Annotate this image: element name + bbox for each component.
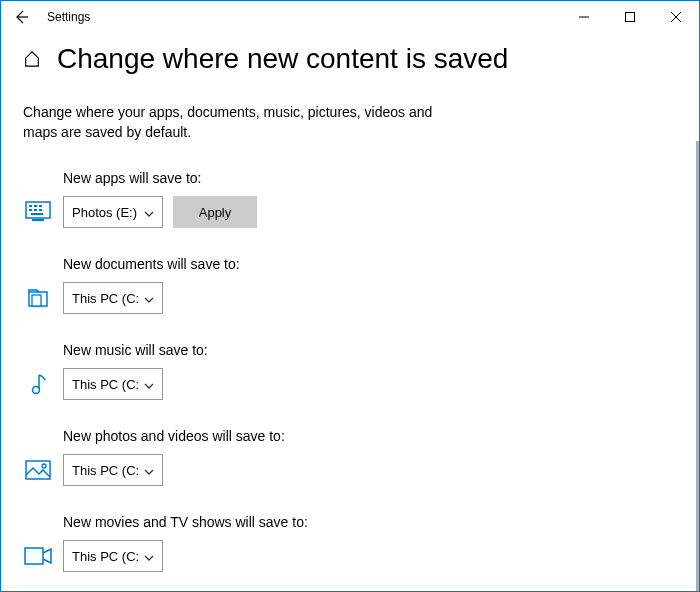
svg-rect-11 bbox=[31, 213, 43, 215]
svg-rect-7 bbox=[39, 205, 42, 207]
svg-rect-5 bbox=[29, 205, 32, 207]
svg-rect-14 bbox=[32, 295, 41, 306]
setting-movies: New movies and TV shows will save to: Th… bbox=[23, 514, 677, 572]
page-title: Change where new content is saved bbox=[57, 43, 508, 75]
close-button[interactable] bbox=[653, 1, 699, 33]
documents-icon bbox=[23, 287, 53, 309]
svg-rect-16 bbox=[26, 461, 50, 479]
svg-rect-6 bbox=[34, 205, 37, 207]
back-button[interactable] bbox=[7, 3, 35, 31]
photos-location-dropdown[interactable]: This PC (C:) bbox=[63, 454, 163, 486]
documents-location-dropdown[interactable]: This PC (C:) bbox=[63, 282, 163, 314]
music-icon bbox=[23, 372, 53, 396]
photos-location-value: This PC (C:) bbox=[72, 463, 138, 478]
documents-location-value: This PC (C:) bbox=[72, 291, 138, 306]
setting-documents-label: New documents will save to: bbox=[23, 256, 677, 272]
music-location-dropdown[interactable]: This PC (C:) bbox=[63, 368, 163, 400]
svg-rect-18 bbox=[25, 548, 43, 564]
svg-point-17 bbox=[42, 464, 46, 468]
music-location-value: This PC (C:) bbox=[72, 377, 138, 392]
setting-documents: New documents will save to: This PC (C:) bbox=[23, 256, 677, 314]
photos-icon bbox=[23, 460, 53, 480]
apps-location-value: Photos (E:) bbox=[72, 205, 138, 220]
apps-icon bbox=[23, 201, 53, 223]
svg-rect-1 bbox=[626, 13, 635, 22]
setting-apps: New apps will save to: Photos (E:) Apply bbox=[23, 170, 677, 228]
chevron-down-icon bbox=[144, 549, 154, 564]
setting-music-label: New music will save to: bbox=[23, 342, 677, 358]
movies-icon bbox=[23, 547, 53, 565]
svg-point-15 bbox=[33, 387, 40, 394]
svg-rect-10 bbox=[39, 209, 42, 211]
setting-movies-label: New movies and TV shows will save to: bbox=[23, 514, 677, 530]
movies-location-value: This PC (C:) bbox=[72, 549, 138, 564]
vertical-scrollbar[interactable] bbox=[696, 141, 699, 591]
home-icon[interactable] bbox=[23, 50, 41, 68]
setting-music: New music will save to: This PC (C:) bbox=[23, 342, 677, 400]
content-area: Change where new content is saved Change… bbox=[1, 33, 699, 591]
apps-apply-button[interactable]: Apply bbox=[173, 196, 257, 228]
svg-rect-8 bbox=[29, 209, 32, 211]
setting-photos-label: New photos and videos will save to: bbox=[23, 428, 677, 444]
app-name: Settings bbox=[47, 10, 90, 24]
apps-location-dropdown[interactable]: Photos (E:) bbox=[63, 196, 163, 228]
setting-photos: New photos and videos will save to: This… bbox=[23, 428, 677, 486]
chevron-down-icon bbox=[144, 291, 154, 306]
titlebar: Settings bbox=[1, 1, 699, 33]
minimize-button[interactable] bbox=[561, 1, 607, 33]
maximize-button[interactable] bbox=[607, 1, 653, 33]
svg-rect-9 bbox=[34, 209, 37, 211]
chevron-down-icon bbox=[144, 463, 154, 478]
svg-rect-12 bbox=[32, 219, 44, 221]
setting-apps-label: New apps will save to: bbox=[23, 170, 677, 186]
window-controls bbox=[561, 1, 699, 33]
chevron-down-icon bbox=[144, 377, 154, 392]
movies-location-dropdown[interactable]: This PC (C:) bbox=[63, 540, 163, 572]
chevron-down-icon bbox=[144, 205, 154, 220]
page-description: Change where your apps, documents, music… bbox=[23, 103, 453, 142]
